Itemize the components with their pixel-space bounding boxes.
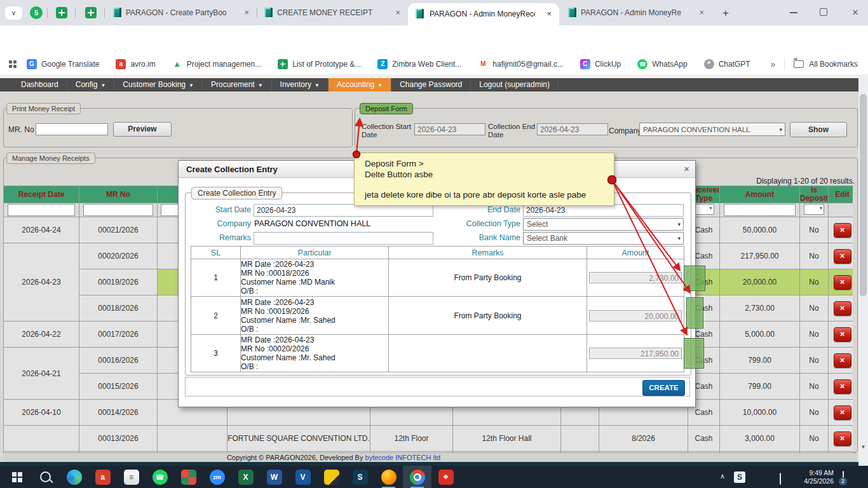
- filter-received-type-select[interactable]: ▾: [694, 204, 714, 215]
- bookmark-whatsapp[interactable]: ☎WhatsApp: [637, 59, 687, 69]
- col-sl: SL: [191, 247, 241, 259]
- delete-row-button[interactable]: ×: [834, 301, 851, 316]
- company-select[interactable]: PARAGON CONVENTION HALL ▾: [639, 123, 785, 136]
- end-date-input[interactable]: [523, 204, 684, 217]
- s-app-icon: S: [734, 471, 745, 483]
- taskbar-edge[interactable]: [60, 466, 88, 488]
- nav-inventory[interactable]: Inventory▼: [272, 78, 329, 92]
- start-date-input[interactable]: [254, 204, 433, 217]
- delete-row-button[interactable]: ×: [834, 249, 851, 264]
- show-button[interactable]: Show: [790, 122, 847, 137]
- delete-row-button[interactable]: ×: [834, 223, 851, 238]
- bookmark-project-management[interactable]: ▲Project managemen...: [172, 59, 261, 69]
- amount-input-disabled[interactable]: 217,950.00: [589, 348, 682, 359]
- tray-clock[interactable]: 9:49 AM 4/25/2026: [793, 469, 834, 485]
- taskbar-sublime[interactable]: S: [346, 466, 374, 488]
- taskbar-yellow-app[interactable]: [317, 466, 346, 488]
- tab-close-icon[interactable]: ×: [546, 9, 552, 18]
- col-is-deposit[interactable]: Is Deposit: [800, 186, 829, 203]
- cell-code: 8/2026: [599, 426, 688, 452]
- tray-battery[interactable]: [780, 473, 781, 488]
- nav-change-password[interactable]: Change Password: [391, 78, 471, 92]
- dialog-close-icon[interactable]: ×: [684, 163, 689, 174]
- tray-show-hidden-icons[interactable]: ∧: [720, 472, 725, 488]
- bookmark-gmail[interactable]: Mhafijmit05@gmail.c...: [478, 59, 564, 69]
- filter-is-deposit-select[interactable]: ▾: [804, 204, 824, 215]
- nav-customer-booking[interactable]: Customer Booking▼: [114, 78, 203, 92]
- taskbar-v-app[interactable]: V: [288, 466, 317, 488]
- filter-receipt-date-input[interactable]: [8, 204, 75, 216]
- col-mr-no[interactable]: MR No: [79, 186, 158, 203]
- bookmark-avro[interactable]: aavro.im: [116, 59, 155, 69]
- developer-link[interactable]: bytecode INFOTECH ltd: [365, 454, 441, 461]
- tab-create-money-receipt[interactable]: CREATE MONEY RECEIPT ×: [259, 5, 407, 22]
- nav-dashboard[interactable]: Dashboard: [13, 78, 67, 92]
- delete-row-button[interactable]: ×: [834, 405, 851, 420]
- mr-no-input[interactable]: [36, 123, 108, 135]
- window-close-button[interactable]: ×: [848, 5, 863, 20]
- tab-paragon-create-partybooking[interactable]: PARAGON - Create PartyBookin ×: [108, 5, 255, 22]
- taskbar-word[interactable]: W: [260, 466, 288, 488]
- start-button[interactable]: [3, 466, 31, 488]
- remarks-input[interactable]: [254, 232, 433, 245]
- preview-button[interactable]: Preview: [113, 122, 172, 137]
- tab-paragon-admin-moneyreceipt-2[interactable]: PARAGON - Admin MoneyRece ×: [563, 5, 710, 22]
- amount-input-disabled[interactable]: 2,730.00: [589, 272, 682, 283]
- taskbar-firefox[interactable]: [374, 466, 403, 488]
- bookmark-zimbra[interactable]: ZZimbra Web Client...: [377, 59, 461, 69]
- tab-close-icon[interactable]: ×: [699, 8, 704, 17]
- delete-row-button[interactable]: ×: [834, 431, 851, 446]
- tab-paragon-admin-moneyreceipt-active[interactable]: PARAGON - Admin MoneyRece ×: [408, 3, 559, 25]
- col-amount[interactable]: Amount: [720, 186, 800, 203]
- filter-amount-input[interactable]: [724, 204, 795, 216]
- nav-accounting[interactable]: Accounting▼: [329, 78, 391, 92]
- bank-name-select[interactable]: Select Bank ▾: [523, 232, 684, 245]
- delete-row-button[interactable]: ×: [834, 353, 851, 368]
- taskbar-red-app[interactable]: ❖: [431, 466, 460, 488]
- new-tab-button[interactable]: +: [718, 6, 733, 21]
- all-bookmarks-button[interactable]: All Bookmarks: [809, 60, 858, 69]
- taskbar-excel[interactable]: X: [231, 466, 260, 488]
- collection-type-select[interactable]: Select ▾: [523, 218, 684, 231]
- delete-row-button[interactable]: ×: [834, 327, 851, 342]
- tab-close-icon[interactable]: ×: [244, 8, 249, 17]
- delete-row-button[interactable]: ×: [834, 275, 851, 290]
- tray-notifications[interactable]: 2: [843, 471, 844, 488]
- browser-scrollbar[interactable]: [858, 74, 868, 466]
- bookmark-google-translate[interactable]: GGoogle Translate: [27, 59, 99, 69]
- delete-row-button[interactable]: ×: [834, 379, 851, 394]
- collection-end-date-input[interactable]: [537, 123, 608, 135]
- scrollbar-thumb[interactable]: [860, 94, 867, 296]
- taskbar-search-button[interactable]: [31, 466, 60, 488]
- collection-start-date-input[interactable]: [414, 123, 485, 135]
- taskbar-chrome-active[interactable]: [403, 466, 431, 488]
- nav-logout[interactable]: Logout (superadmin): [471, 78, 559, 92]
- window-maximize-button[interactable]: [820, 8, 827, 16]
- bookmark-clickup[interactable]: CClickUp: [580, 59, 621, 69]
- amount-input-disabled[interactable]: 20,000.00: [589, 310, 682, 322]
- tab-close-icon[interactable]: ×: [395, 8, 400, 17]
- pinned-tab-sheets-icon[interactable]: [85, 7, 97, 18]
- taskbar-whatsapp[interactable]: ☎: [146, 466, 174, 488]
- bookmark-chatgpt[interactable]: *ChatGPT: [704, 59, 750, 69]
- apps-grid-icon[interactable]: [9, 60, 17, 68]
- taskbar-notes-app[interactable]: ≡: [117, 466, 146, 488]
- pinned-tab-whatsapp-badge[interactable]: 5: [30, 6, 43, 19]
- create-button[interactable]: CREATE: [642, 380, 685, 396]
- window-minimize-button[interactable]: [790, 12, 797, 13]
- table-row[interactable]: 00013/2026 FORTUNE SQUARE CONVENTION LTD…: [4, 426, 853, 452]
- taskbar-zoom[interactable]: zm: [203, 466, 231, 488]
- taskbar-pinwheel-app[interactable]: [174, 466, 203, 488]
- bookmark-list-of-prototype[interactable]: List of Prototype &...: [278, 59, 361, 69]
- tab-search-button[interactable]: ∨: [5, 6, 22, 20]
- tray-sublime-icon[interactable]: S: [734, 471, 745, 488]
- taskbar-avro[interactable]: a: [88, 466, 117, 488]
- nav-procurement[interactable]: Procurement▼: [203, 78, 272, 92]
- col-receipt-date[interactable]: Receipt Date: [4, 186, 79, 203]
- pinned-tab-sheets-icon[interactable]: [56, 7, 67, 18]
- nav-config[interactable]: Config▼: [67, 78, 115, 92]
- scroll-down-arrow-icon[interactable]: ▼: [859, 444, 867, 450]
- filter-mr-no-input[interactable]: [83, 204, 153, 216]
- cell-is-deposit: No: [800, 295, 829, 322]
- bookmarks-overflow-icon[interactable]: »: [771, 59, 776, 69]
